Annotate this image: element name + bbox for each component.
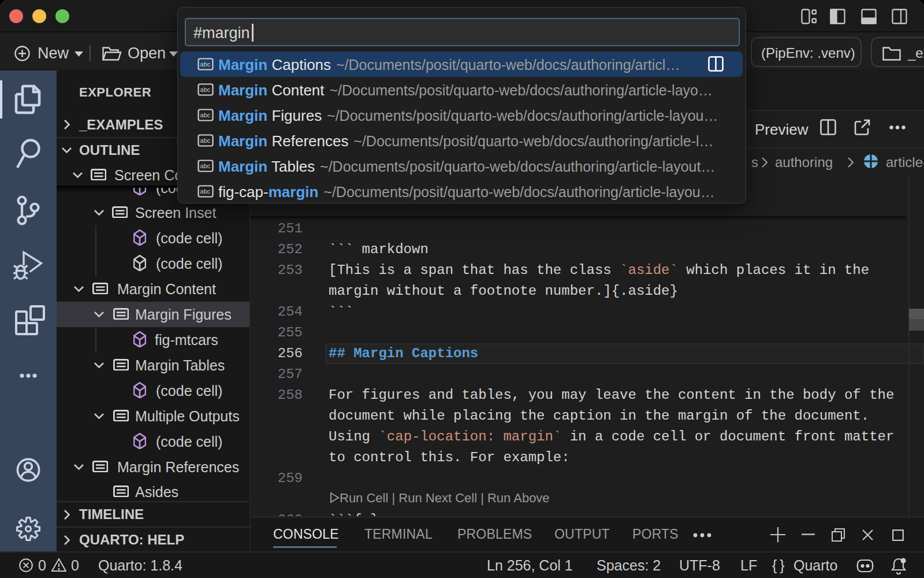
svg-text:abc: abc — [200, 61, 211, 68]
svg-text:abc: abc — [200, 112, 211, 118]
svg-text:abc: abc — [200, 162, 211, 169]
svg-text:abc: abc — [200, 86, 211, 93]
svg-text:abc: abc — [200, 137, 211, 144]
svg-text:abc: abc — [200, 188, 211, 195]
